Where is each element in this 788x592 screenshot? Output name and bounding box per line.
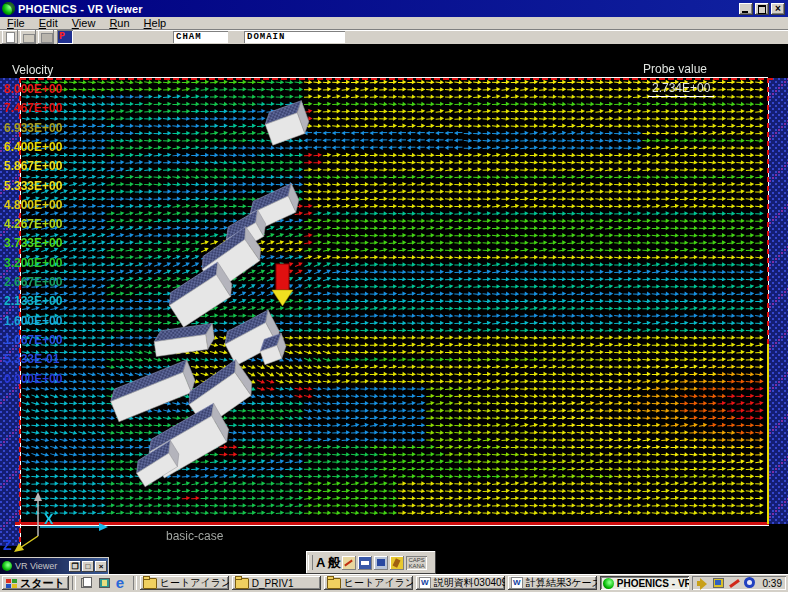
taskbar-separator (133, 576, 137, 590)
svg-text:Z: Z (3, 537, 12, 553)
word-icon: W (419, 577, 431, 589)
vr-viewport: ZX Velocity 8.000E+007.467E+006.933E+006… (0, 44, 788, 574)
mini-close-button[interactable]: × (95, 561, 107, 572)
legend-value: 6.400E+00 (4, 140, 62, 154)
taskbar-button-phoenics[interactable]: PHOENICS - VR... (600, 576, 689, 590)
probe-tool-button[interactable]: P (57, 30, 73, 44)
vr-viewer-mini-window[interactable]: VR Viewer ❐ □ × (0, 557, 109, 575)
taskbar-button-folder[interactable]: ヒートアイランド (324, 576, 413, 590)
legend-value: 2.133E+00 (4, 294, 62, 308)
mini-window-title: VR Viewer (15, 561, 69, 571)
volume-icon[interactable] (696, 577, 709, 589)
legend-value: 5.333E-01 (4, 352, 59, 366)
ime-input-mode[interactable]: A (316, 555, 325, 570)
case-name-label: basic-case (166, 529, 223, 543)
ime-grip[interactable] (308, 555, 313, 570)
ime-pad-icon[interactable] (358, 556, 372, 570)
ime-pen-icon[interactable] (342, 556, 356, 570)
building-block[interactable] (153, 323, 216, 356)
domain-field[interactable]: DOMAIN (244, 31, 345, 43)
legend-title: Velocity (12, 63, 53, 77)
title-bar[interactable]: PHOENICS - VR Viewer × (0, 0, 788, 17)
windows-flag-icon (6, 579, 17, 588)
system-tray: 0:39 (692, 576, 786, 590)
channels-icon[interactable] (97, 576, 112, 590)
mini-maximize-button[interactable]: □ (82, 561, 94, 572)
menu-bar: FileEditViewRunHelp (0, 17, 788, 30)
building-block[interactable] (107, 360, 199, 422)
menu-item-edit[interactable]: Edit (32, 17, 65, 29)
phoenics-window: PHOENICS - VR Viewer × FileEditViewRunHe… (0, 0, 788, 592)
pen-icon[interactable] (728, 577, 741, 589)
legend-value: 4.800E+00 (4, 198, 62, 212)
antivirus-icon[interactable] (744, 577, 757, 589)
word-icon: W (511, 577, 523, 589)
legend-value: 1.067E+00 (4, 333, 62, 347)
folder-icon (327, 578, 341, 589)
folder-icon (235, 578, 249, 589)
legend-value: 4.267E+00 (4, 217, 62, 231)
ime-caps-kana-indicator[interactable]: CAPSKANA (406, 556, 426, 570)
ime-dictionary-icon[interactable] (374, 556, 388, 570)
legend-value: 6.933E+00 (4, 121, 62, 135)
axis-indicator: ZX (3, 492, 108, 553)
folder-icon (143, 578, 157, 589)
probe-marker[interactable] (272, 264, 293, 306)
taskbar: スタート e ヒートアイランドD_PRIV1ヒートアイランドW説明資料03040… (0, 574, 788, 592)
legend-value: 8.000E+00 (4, 82, 62, 96)
taskbar-button-word[interactable]: W説明資料030409.do.. (416, 576, 505, 590)
probe-value: 2.734E+00 (648, 81, 714, 97)
svg-text:X: X (44, 511, 54, 527)
menu-item-view[interactable]: View (65, 17, 103, 29)
ime-tools-icon[interactable] (390, 556, 404, 570)
task-buttons: ヒートアイランドD_PRIV1ヒートアイランドW説明資料030409.do..W… (140, 576, 692, 590)
taskbar-clock[interactable]: 0:39 (760, 578, 782, 589)
close-button[interactable]: × (771, 3, 785, 15)
ime-conversion-mode[interactable]: 般 (327, 554, 340, 572)
taskbar-separator (72, 576, 76, 590)
taskbar-button-folder[interactable]: ヒートアイランド (140, 576, 229, 590)
task-label: ヒートアイランド (160, 576, 229, 590)
menu-item-run[interactable]: Run (102, 17, 136, 29)
taskbar-button-folder[interactable]: D_PRIV1 (232, 576, 321, 590)
toolbar: P CHAM DOMAIN (0, 30, 788, 44)
probe-value-label: Probe value (643, 62, 707, 76)
menu-item-file[interactable]: File (0, 17, 32, 29)
display-icon[interactable] (712, 577, 725, 589)
internet-explorer-icon[interactable]: e (115, 576, 130, 590)
building-block[interactable] (262, 101, 312, 145)
legend-value: 3.733E+00 (4, 236, 62, 250)
phoenics-mini-icon (2, 561, 12, 571)
legend-value: 3.200E+00 (4, 256, 62, 270)
mini-restore-button[interactable]: ❐ (69, 561, 81, 572)
task-label: 説明資料030409.do.. (434, 576, 505, 590)
legend-value: 5.333E+00 (4, 179, 62, 193)
restore-button[interactable] (755, 3, 769, 15)
phoenics-app-icon (2, 2, 15, 15)
menu-item-help[interactable]: Help (137, 17, 174, 29)
task-label: ヒートアイランド (344, 576, 413, 590)
task-label: PHOENICS - VR... (617, 578, 689, 589)
legend-value: 2.667E+00 (4, 275, 62, 289)
legend-value: 5.867E+00 (4, 159, 62, 173)
start-button[interactable]: スタート (2, 576, 69, 590)
new-file-button[interactable] (2, 30, 18, 44)
task-label: 計算結果3ケース.do.. (526, 576, 597, 590)
quick-launch: e (79, 576, 130, 590)
show-desktop-icon[interactable] (79, 576, 94, 590)
save-file-button[interactable] (38, 30, 54, 44)
legend-value: 1.600E+00 (4, 314, 62, 328)
ime-toolbar[interactable]: A 般 CAPSKANA (306, 551, 436, 574)
phoenics-icon (603, 578, 614, 589)
taskbar-button-word[interactable]: W計算結果3ケース.do.. (508, 576, 597, 590)
legend-value: 0.000E+00 (4, 372, 62, 386)
scene-overlay: ZX (0, 44, 788, 574)
minimize-button[interactable] (739, 3, 753, 15)
task-label: D_PRIV1 (252, 578, 294, 589)
case-field[interactable]: CHAM (173, 31, 228, 43)
probe-icon: P (59, 31, 65, 42)
legend-value: 7.467E+00 (4, 101, 62, 115)
open-file-button[interactable] (20, 30, 36, 44)
window-title: PHOENICS - VR Viewer (18, 3, 143, 15)
